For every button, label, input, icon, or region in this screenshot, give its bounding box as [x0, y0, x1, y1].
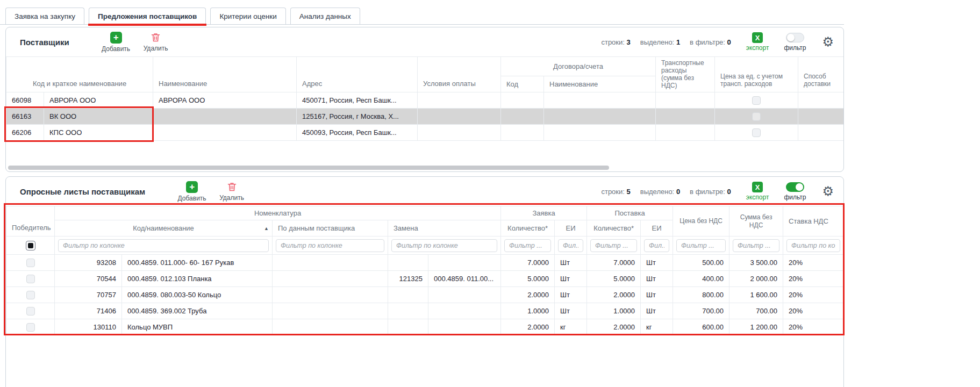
- cell-supplier-data[interactable]: [273, 319, 388, 335]
- cell-address[interactable]: 125167, Россия, г Москва, Х...: [297, 109, 418, 125]
- cell-name[interactable]: АВРОРА ООО: [153, 92, 297, 109]
- cell-delivery[interactable]: [798, 109, 844, 125]
- delete-sheet-button[interactable]: Удалить: [214, 181, 249, 202]
- cell-unit-supply[interactable]: кг: [641, 319, 673, 335]
- cell-vat[interactable]: 20%: [783, 255, 844, 271]
- sheet-row[interactable]: 70544 000.4859. 012.103 Планка 121325 00…: [6, 271, 844, 287]
- cell-repl-code[interactable]: [388, 319, 428, 335]
- cell-contract-name[interactable]: [544, 125, 656, 141]
- filter-input-price[interactable]: [676, 239, 726, 252]
- supplier-row[interactable]: 66206 КПС ООО 450093, Россия, Респ Башк.…: [6, 125, 844, 141]
- checkbox[interactable]: [752, 128, 761, 137]
- cell-short-name[interactable]: АВРОРА ООО: [44, 92, 153, 109]
- cell-code[interactable]: 66206: [6, 125, 44, 141]
- cell-unit-request[interactable]: Шт: [555, 255, 587, 271]
- cell-vat[interactable]: 20%: [783, 287, 844, 303]
- cell-name[interactable]: 000.4859. 011.000- 60- 167 Рукав: [122, 255, 273, 271]
- cell-transport[interactable]: [656, 109, 715, 125]
- add-sheet-button[interactable]: + Добавить: [174, 181, 210, 202]
- cell-contract-name[interactable]: [544, 92, 656, 109]
- cell-repl-code[interactable]: [388, 255, 428, 271]
- cell-qty-supply[interactable]: 2.0000: [587, 319, 641, 335]
- cell-qty-request[interactable]: 7.0000: [501, 255, 555, 271]
- cell-code[interactable]: 71406: [55, 303, 122, 319]
- cell-contract-code[interactable]: [501, 125, 544, 141]
- cell-delivery[interactable]: [798, 92, 844, 109]
- tab-supplier-offers[interactable]: Предложения поставщиков: [89, 8, 206, 24]
- cell-transport[interactable]: [656, 92, 715, 109]
- winner-checkbox[interactable]: [26, 307, 35, 316]
- cell-repl-code[interactable]: 121325: [388, 271, 428, 287]
- cell-vat[interactable]: 20%: [783, 319, 844, 335]
- cell-short-name[interactable]: ВК ООО: [44, 109, 153, 125]
- winner-checkbox[interactable]: [26, 323, 35, 332]
- cell-code[interactable]: 70757: [55, 287, 122, 303]
- cell-winner[interactable]: [6, 303, 55, 319]
- cell-amount[interactable]: 3 500.00: [729, 255, 783, 271]
- cell-supplier-data[interactable]: [273, 271, 388, 287]
- cell-winner[interactable]: [6, 255, 55, 271]
- cell-unit-price-flag[interactable]: [715, 125, 798, 141]
- cell-code[interactable]: 93208: [55, 255, 122, 271]
- export-button[interactable]: X экспорт: [746, 32, 769, 52]
- winner-checkbox[interactable]: [26, 259, 35, 267]
- export-button[interactable]: X экспорт: [746, 182, 769, 201]
- cell-name[interactable]: 000.4859. 012.103 Планка: [122, 271, 273, 287]
- cell-price[interactable]: 600.00: [673, 319, 729, 335]
- cell-qty-request[interactable]: 2.0000: [501, 319, 555, 335]
- cell-amount[interactable]: 1 600.00: [729, 287, 783, 303]
- filter-input-qty-request[interactable]: [504, 239, 551, 252]
- delete-supplier-button[interactable]: Удалить: [138, 32, 174, 52]
- horizontal-scrollbar[interactable]: [8, 166, 609, 170]
- cell-code[interactable]: 70544: [55, 271, 122, 287]
- cell-repl-name[interactable]: [428, 319, 501, 335]
- cell-payment[interactable]: [418, 92, 501, 109]
- cell-payment[interactable]: [418, 109, 501, 125]
- cell-unit-supply[interactable]: Шт: [641, 255, 673, 271]
- filter-input-vat[interactable]: [786, 239, 840, 252]
- cell-transport[interactable]: [656, 125, 715, 141]
- cell-qty-supply[interactable]: 2.0000: [587, 287, 641, 303]
- supplier-row[interactable]: 66098 АВРОРА ООО АВРОРА ООО 450071, Росс…: [6, 92, 844, 109]
- tab-evaluation-criteria[interactable]: Критерии оценки: [210, 8, 285, 24]
- sheet-row[interactable]: 93208 000.4859. 011.000- 60- 167 Рукав 7…: [6, 255, 844, 271]
- cell-price[interactable]: 500.00: [673, 255, 729, 271]
- cell-short-name[interactable]: КПС ООО: [44, 125, 153, 141]
- cell-name[interactable]: [153, 109, 297, 125]
- filter-input-unit-supply[interactable]: [644, 239, 669, 252]
- cell-supplier-data[interactable]: [273, 255, 388, 271]
- cell-qty-request[interactable]: 5.0000: [501, 271, 555, 287]
- filter-input-code-name[interactable]: [58, 239, 269, 252]
- cell-amount[interactable]: 2 000.00: [729, 271, 783, 287]
- gear-icon[interactable]: ⚙: [822, 35, 834, 48]
- checkbox[interactable]: [752, 112, 761, 121]
- cell-repl-code[interactable]: [388, 303, 428, 319]
- winner-checkbox[interactable]: [26, 291, 35, 299]
- select-all-checkbox[interactable]: [26, 241, 35, 250]
- sheet-row[interactable]: 71406 000.4859. 369.002 Труба 1.0000 Шт …: [6, 303, 844, 319]
- cell-unit-price-flag[interactable]: [715, 109, 798, 125]
- cell-repl-name[interactable]: [428, 287, 501, 303]
- filter-toggle[interactable]: фильтр: [784, 182, 806, 201]
- cell-unit-price-flag[interactable]: [715, 92, 798, 109]
- cell-qty-request[interactable]: 2.0000: [501, 287, 555, 303]
- cell-name[interactable]: [153, 125, 297, 141]
- filter-input-amount[interactable]: [733, 239, 779, 252]
- add-supplier-button[interactable]: + Добавить: [98, 32, 134, 53]
- cell-price[interactable]: 800.00: [673, 287, 729, 303]
- cell-vat[interactable]: 20%: [783, 271, 844, 287]
- filter-input-unit-request[interactable]: [558, 239, 583, 252]
- sheet-row[interactable]: 130110 Кольцо МУВП 2.0000 кг 2.0000 кг 6…: [6, 319, 844, 335]
- cell-unit-request[interactable]: Шт: [555, 271, 587, 287]
- cell-repl-name[interactable]: 000.4859. 011.00...: [428, 271, 501, 287]
- cell-qty-supply[interactable]: 1.0000: [587, 303, 641, 319]
- cell-unit-request[interactable]: Шт: [555, 287, 587, 303]
- cell-code[interactable]: 130110: [55, 319, 122, 335]
- cell-address[interactable]: 450071, Россия, Респ Башк...: [297, 92, 418, 109]
- cell-unit-request[interactable]: Шт: [555, 303, 587, 319]
- checkbox[interactable]: [752, 96, 761, 105]
- cell-name[interactable]: 000.4859. 369.002 Труба: [122, 303, 273, 319]
- cell-repl-code[interactable]: [388, 287, 428, 303]
- col-code-name[interactable]: Код/наименование ▲: [55, 220, 273, 236]
- cell-amount[interactable]: 700.00: [729, 303, 783, 319]
